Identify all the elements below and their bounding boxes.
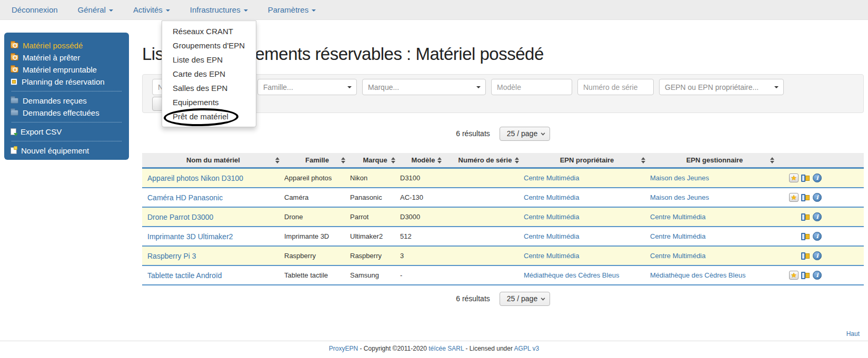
proxyepn-link[interactable]: ProxyEPN	[329, 345, 358, 352]
sidebar-item-materiel-empruntable[interactable]: Matériel empruntable	[11, 64, 123, 76]
info-icon[interactable]: i	[813, 173, 822, 182]
favorite-star-icon[interactable]: ★	[789, 193, 799, 202]
sort-icon[interactable]	[341, 157, 345, 163]
sidebar-item-demandes-effectuees[interactable]: Demandes effectuées	[11, 107, 123, 119]
cell-numero-serie	[446, 169, 524, 187]
info-icon[interactable]: i	[813, 271, 822, 280]
chevron-down-icon	[541, 131, 545, 135]
nav-parametres[interactable]: Paramètres	[268, 0, 316, 20]
info-icon[interactable]: i	[813, 232, 822, 241]
column-header-nom[interactable]: Nom du matériel	[142, 153, 284, 167]
planning-icon[interactable]	[801, 213, 810, 221]
model-filter-input[interactable]	[491, 79, 572, 95]
info-icon[interactable]: i	[813, 251, 822, 260]
column-header-epn-proprietaire[interactable]: EPN propriétaire	[524, 153, 650, 167]
sort-icon[interactable]	[275, 157, 280, 163]
sort-icon[interactable]	[770, 157, 774, 163]
sidebar-item-demandes-recues[interactable]: Demandes reçues	[11, 95, 123, 107]
nav-infrastructures-label: Infrastructures	[190, 5, 241, 14]
planning-icon[interactable]	[801, 193, 810, 202]
sidebar: Matériel possédé Matériel à prêter Matér…	[4, 33, 129, 160]
cell-numero-serie	[446, 247, 524, 265]
equipment-link[interactable]: Drone Parrot D3000	[147, 213, 213, 221]
sidebar-item-nouvel-equipement[interactable]: Nouvel équipement	[11, 145, 123, 157]
sidebar-item-planning-reservation[interactable]: Planning de réservation	[11, 76, 123, 88]
brand-filter-select[interactable]: Marque...	[362, 79, 486, 95]
epn-manager-link[interactable]: Centre Multimédia	[650, 213, 706, 221]
equipment-link[interactable]: Raspberry Pi 3	[147, 252, 196, 260]
epn-manager-link[interactable]: Maison des Jeunes	[650, 193, 709, 201]
page-size-value: 25 / page	[507, 129, 537, 138]
nav-infrastructures[interactable]: Infrastructures	[190, 0, 248, 20]
planning-icon[interactable]	[801, 271, 810, 280]
sidebar-item-materiel-possede[interactable]: Matériel possédé	[11, 39, 123, 52]
serial-filter-input[interactable]	[577, 79, 654, 95]
equipment-table: Nom du matériel Famille Marque Modèle Nu…	[142, 153, 864, 285]
menu-item-liste-des-epn[interactable]: Liste des EPN	[162, 53, 256, 67]
nav-general-label: Général	[78, 5, 106, 14]
column-header-famille[interactable]: Famille	[284, 153, 350, 167]
license-link[interactable]: AGPL v3	[514, 345, 540, 352]
menu-item-carte-des-epn[interactable]: Carte des EPN	[162, 67, 256, 81]
equipment-link[interactable]: Appareil photos Nikon D3100	[147, 174, 243, 182]
nav-activites[interactable]: Activités	[133, 0, 170, 20]
page-size-select[interactable]: 25 / page	[500, 127, 550, 141]
column-header-marque[interactable]: Marque	[350, 153, 400, 167]
sidebar-item-label: Matériel à prêter	[23, 53, 80, 62]
table-row: Raspberry Pi 3 Raspberry Raspberry 3 Cen…	[142, 247, 864, 266]
epn-manager-link[interactable]: Centre Multimédia	[650, 252, 706, 260]
family-filter-select[interactable]: Famille...	[257, 79, 357, 95]
infrastructures-menu: Réseaux CRANT Groupements d'EPN Liste de…	[162, 21, 256, 127]
page: Déconnexion Général Activités Infrastruc…	[0, 0, 868, 358]
epn-owner-link[interactable]: Centre Multimédia	[524, 252, 580, 260]
equipment-link[interactable]: Caméra HD Panasonic	[147, 193, 223, 202]
folder-icon	[11, 98, 18, 104]
menu-item-salles-des-epn[interactable]: Salles des EPN	[162, 81, 256, 95]
folder-search-icon	[11, 55, 18, 60]
column-header-numero-serie[interactable]: Numéro de série	[446, 153, 524, 167]
epn-owner-link[interactable]: Médiathèque des Cèdres Bleus	[524, 271, 619, 279]
epn-owner-link[interactable]: Centre Multimédia	[524, 193, 580, 201]
sidebar-item-export-csv[interactable]: Export CSV	[11, 126, 123, 138]
info-icon[interactable]: i	[813, 212, 822, 221]
sort-icon[interactable]	[437, 157, 442, 163]
epn-owner-link[interactable]: Centre Multimédia	[524, 174, 580, 182]
nav-general[interactable]: Général	[78, 0, 113, 20]
back-to-top-link[interactable]: Haut	[846, 330, 860, 337]
column-header-epn-gestionnaire[interactable]: EPN gestionnaire	[650, 153, 779, 167]
column-header-modele[interactable]: Modèle	[400, 153, 446, 167]
epn-manager-link[interactable]: Médiathèque des Cèdres Bleus	[650, 271, 745, 279]
sort-icon[interactable]	[391, 157, 395, 163]
equipment-link[interactable]: Tablette tactile Androïd	[147, 271, 222, 280]
company-link[interactable]: téïcée SARL	[428, 345, 464, 352]
folder-search-icon	[11, 67, 18, 73]
epn-manager-link[interactable]: Maison des Jeunes	[650, 174, 709, 182]
menu-item-pret-de-materiel[interactable]: Prêt de matériel	[162, 109, 256, 124]
equipment-link[interactable]: Imprimante 3D Ultimaker2	[147, 232, 233, 241]
planning-icon[interactable]	[801, 232, 810, 241]
cell-modele: AC-130	[400, 188, 446, 207]
planning-icon[interactable]	[801, 174, 810, 182]
sort-icon[interactable]	[515, 157, 519, 163]
favorite-star-icon[interactable]: ★	[789, 173, 799, 182]
epn-owner-link[interactable]: Centre Multimédia	[524, 213, 580, 221]
epn-filter-select[interactable]: GEPN ou EPN propriétaire...	[659, 79, 784, 95]
page-size-select[interactable]: 25 / page	[500, 292, 550, 306]
sort-icon[interactable]	[641, 157, 645, 163]
sidebar-item-materiel-a-preter[interactable]: Matériel à prêter	[11, 52, 123, 64]
favorite-star-icon[interactable]: ★	[789, 271, 799, 280]
cell-famille: Drone	[284, 208, 350, 226]
info-icon[interactable]: i	[813, 193, 822, 202]
nav-deconnexion[interactable]: Déconnexion	[12, 0, 58, 20]
cell-marque: Panasonic	[350, 188, 400, 207]
menu-item-groupements-epn[interactable]: Groupements d'EPN	[162, 38, 256, 53]
cell-modele: 3	[400, 247, 446, 265]
cell-numero-serie	[446, 227, 524, 246]
planning-icon[interactable]	[801, 252, 810, 260]
column-label: EPN gestionnaire	[686, 156, 743, 164]
page-size-value: 25 / page	[507, 294, 537, 303]
epn-owner-link[interactable]: Centre Multimédia	[524, 232, 580, 240]
menu-item-equipements[interactable]: Equipements	[162, 95, 256, 109]
epn-manager-link[interactable]: Centre Multimédia	[650, 232, 706, 240]
menu-item-reseaux-crant[interactable]: Réseaux CRANT	[162, 24, 256, 38]
